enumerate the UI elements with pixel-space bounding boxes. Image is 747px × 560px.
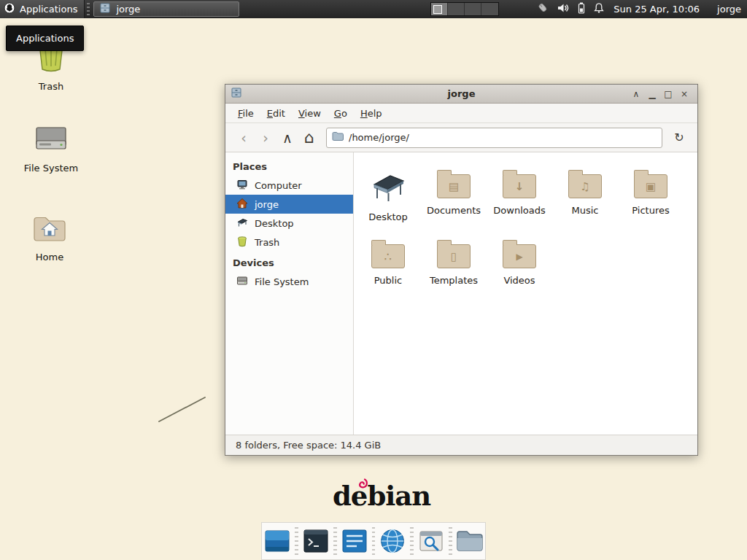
sidebar: Places Computer jorge <box>225 152 354 435</box>
downloads-folder-icon <box>503 174 536 198</box>
file-item-documents[interactable]: Documents <box>421 164 487 234</box>
workspace-2[interactable] <box>448 3 465 15</box>
statusbar: 8 folders, Free space: 14.4 GiB <box>225 435 697 455</box>
taskbar-window-button[interactable]: jorge <box>93 1 239 17</box>
terminal-launcher[interactable] <box>301 525 331 557</box>
app-finder-launcher[interactable] <box>416 525 446 557</box>
sidebar-item-label: Computer <box>255 180 302 191</box>
maximize-button[interactable]: □ <box>660 87 676 101</box>
sidebar-places-header: Places <box>225 155 353 176</box>
menu-view[interactable]: View <box>292 105 328 122</box>
path-input[interactable] <box>349 132 657 143</box>
dock-panel <box>261 522 486 560</box>
applications-menu-icon <box>4 2 15 16</box>
file-label: Music <box>572 205 599 216</box>
power-manager-icon[interactable] <box>578 2 585 16</box>
window-title: jorge <box>225 88 697 99</box>
documents-folder-icon <box>437 174 471 198</box>
shade-button[interactable]: ∧ <box>628 87 644 101</box>
forward-button[interactable]: › <box>255 127 276 149</box>
desktop-icon-label: File System <box>24 163 78 174</box>
menu-help[interactable]: Help <box>354 105 389 122</box>
system-tray <box>537 2 605 16</box>
sidebar-item-label: Desktop <box>255 218 294 229</box>
dock-separator[interactable] <box>372 527 376 555</box>
back-button[interactable]: ‹ <box>233 127 255 149</box>
file-label: Videos <box>503 275 535 286</box>
trash-icon <box>236 236 248 249</box>
workspace-4[interactable] <box>481 3 498 15</box>
taskbar-window-icon <box>99 2 111 16</box>
minimize-button[interactable]: ▁ <box>644 87 660 101</box>
desktop-folder-icon <box>370 170 406 205</box>
toolbar: ‹ › ∧ ⌂ ↻ <box>225 123 697 152</box>
globe-icon <box>378 526 407 556</box>
workspace-3[interactable] <box>465 3 481 15</box>
file-item-music[interactable]: Music <box>552 164 618 234</box>
sidebar-item-trash[interactable]: Trash <box>225 233 353 252</box>
file-manager-window: jorge ∧ ▁ □ × File Edit View Go Help ‹ ›… <box>225 84 698 456</box>
home-icon <box>236 198 248 211</box>
workspace-switcher[interactable] <box>430 2 499 16</box>
file-label: Desktop <box>368 211 408 222</box>
list-icon <box>340 526 369 556</box>
file-item-public[interactable]: Public <box>355 234 421 304</box>
sidebar-item-desktop[interactable]: Desktop <box>225 214 353 233</box>
applications-menu-button[interactable]: Applications <box>0 0 85 18</box>
computer-icon <box>236 179 248 192</box>
sidebar-item-label: Trash <box>255 237 279 248</box>
desktop-icon-label: Trash <box>39 81 63 92</box>
drive-icon <box>33 124 69 158</box>
reload-button[interactable]: ↻ <box>668 127 690 149</box>
videos-folder-icon <box>503 244 536 268</box>
panel-clock[interactable]: Sun 25 Apr, 10:06 <box>614 4 700 15</box>
home-button[interactable]: ⌂ <box>298 127 320 149</box>
notifications-bell-icon[interactable] <box>593 2 605 16</box>
panel-handle[interactable] <box>87 3 90 16</box>
dock-separator[interactable] <box>410 527 414 555</box>
sidebar-devices-header: Devices <box>225 252 353 272</box>
volume-icon[interactable] <box>557 2 570 16</box>
menu-file[interactable]: File <box>231 105 260 122</box>
location-folder-icon <box>332 131 344 144</box>
taskbar-window-label: jorge <box>116 4 140 15</box>
dock-separator[interactable] <box>333 527 337 555</box>
terminal-icon <box>301 526 330 556</box>
menubar: File Edit View Go Help <box>225 104 697 123</box>
file-item-pictures[interactable]: Pictures <box>618 164 684 234</box>
file-manager-launcher[interactable] <box>454 525 485 557</box>
public-folder-icon <box>371 244 405 268</box>
desktop-icon-file-system[interactable]: File System <box>15 124 88 174</box>
debian-logo: debian <box>333 483 430 510</box>
file-item-templates[interactable]: Templates <box>421 234 487 304</box>
panel-username[interactable]: jorge <box>717 4 741 15</box>
workspace-1[interactable] <box>431 3 448 15</box>
close-button[interactable]: × <box>676 87 692 101</box>
titlebar[interactable]: jorge ∧ ▁ □ × <box>225 85 697 104</box>
file-item-desktop[interactable]: Desktop <box>355 164 421 234</box>
file-label: Pictures <box>632 205 669 216</box>
sidebar-item-label: jorge <box>255 199 279 210</box>
mouse-indicator-icon[interactable] <box>537 2 549 16</box>
applications-menu-label: Applications <box>20 4 77 15</box>
dock-separator[interactable] <box>295 527 298 555</box>
debian-swirl-icon <box>355 478 369 492</box>
location-bar[interactable] <box>326 128 662 148</box>
show-desktop-launcher[interactable] <box>262 525 293 557</box>
up-button[interactable]: ∧ <box>276 127 298 149</box>
home-folder-icon <box>31 213 68 246</box>
web-browser-launcher[interactable] <box>377 525 408 557</box>
sidebar-item-jorge[interactable]: jorge <box>225 195 353 214</box>
menu-go[interactable]: Go <box>328 105 354 122</box>
desktop-icon-home[interactable]: Home <box>13 213 86 262</box>
sidebar-item-computer[interactable]: Computer <box>225 176 353 195</box>
dock-separator[interactable] <box>449 527 452 555</box>
editor-launcher[interactable] <box>339 525 370 557</box>
file-item-videos[interactable]: Videos <box>487 234 552 304</box>
stray-line <box>153 392 213 427</box>
menu-edit[interactable]: Edit <box>260 105 292 122</box>
sidebar-item-file-system[interactable]: File System <box>225 272 353 291</box>
file-label: Documents <box>427 205 481 216</box>
file-item-downloads[interactable]: Downloads <box>487 164 552 234</box>
window-icon <box>231 87 242 101</box>
